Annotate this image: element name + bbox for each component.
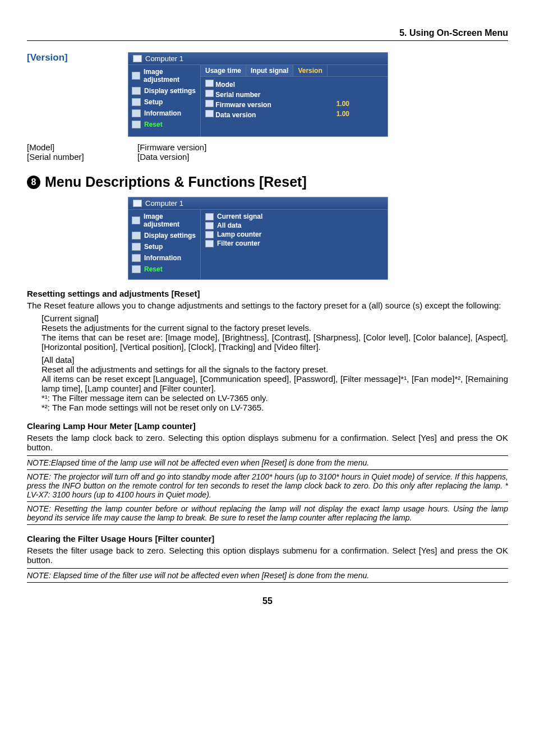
monitor-icon: [133, 200, 142, 207]
doc-icon: [205, 80, 214, 87]
sidebar-item-image[interactable]: Image adjustment: [128, 66, 200, 85]
signal-icon: [205, 213, 214, 220]
osd-sidebar: Image adjustment Display settings Setup …: [128, 210, 201, 279]
info-icon: [132, 109, 141, 117]
all-data-p1: Reset all the adjustments and settings f…: [41, 365, 508, 374]
current-signal-label: [Current signal]: [41, 314, 508, 323]
info-icon: [132, 254, 141, 262]
osd-title-text: Computer 1: [145, 199, 183, 208]
reset-heading: 8 Menu Descriptions & Functions [Reset]: [27, 174, 508, 190]
current-signal-p2: The items that can be reset are: [Image …: [41, 333, 508, 352]
tab-version[interactable]: Version: [293, 65, 327, 76]
all-data-p2: All items can be reset except [Language]…: [41, 374, 508, 393]
reset-item-all-data[interactable]: All data: [205, 221, 383, 230]
gear-icon: [132, 243, 141, 251]
legend-data: [Data version]: [137, 152, 206, 162]
all-data-note1: *¹: The Filter message item can be selec…: [41, 393, 508, 403]
doc-icon: [205, 100, 214, 107]
reset-item-filter-counter[interactable]: Filter counter: [205, 239, 383, 248]
current-signal-p1: Resets the adjustments for the current s…: [41, 323, 508, 333]
version-legend: [Model] [Serial number] [Firmware versio…: [27, 142, 508, 162]
osd-title-bar: Computer 1: [128, 53, 388, 65]
all-data-note2: *²: The Fan mode settings will not be re…: [41, 403, 508, 412]
osd-reset-panel: Computer 1 Image adjustment Display sett…: [128, 197, 388, 280]
note-3: NOTE: Resetting the lamp counter before …: [27, 501, 508, 525]
sidebar-item-setup[interactable]: Setup: [128, 96, 200, 108]
note-1: NOTE:Elapsed time of the lamp use will n…: [27, 455, 508, 469]
osd-title-bar: Computer 1: [128, 197, 388, 210]
reset-item-lamp-counter[interactable]: Lamp counter: [205, 230, 383, 239]
doc-icon: [205, 90, 214, 97]
lamp-counter-text: Resets the lamp clock back to zero. Sele…: [27, 433, 508, 452]
reset-icon: [132, 121, 141, 128]
sidebar-item-reset[interactable]: Reset: [128, 264, 200, 275]
reset-intro: The Reset feature allows you to change a…: [27, 301, 508, 310]
lamp-counter-heading: Clearing Lamp Hour Meter [Lamp counter]: [27, 421, 508, 431]
legend-model: [Model]: [27, 142, 137, 152]
tab-input-signal[interactable]: Input signal: [246, 65, 293, 76]
sidebar-item-display[interactable]: Display settings: [128, 85, 200, 96]
version-heading: [Version]: [27, 52, 128, 63]
doc-icon: [205, 110, 214, 117]
filter-icon: [205, 240, 214, 247]
gear-icon: [132, 98, 141, 106]
osd-sidebar: Image adjustment Display settings Setup …: [128, 65, 201, 136]
grid-icon: [132, 72, 140, 80]
osd-title-text: Computer 1: [145, 54, 183, 63]
sidebar-item-display[interactable]: Display settings: [128, 230, 200, 241]
sidebar-item-info[interactable]: Information: [128, 252, 200, 264]
sidebar-item-image[interactable]: Image adjustment: [128, 211, 200, 230]
section-number-icon: 8: [27, 176, 40, 189]
legend-firmware: [Firmware version]: [137, 142, 206, 152]
reset-subheading: Resetting settings and adjustments [Rese…: [27, 289, 508, 298]
reset-item-current-signal[interactable]: Current signal: [205, 212, 383, 221]
monitor-icon: [133, 55, 142, 62]
tab-usage-time[interactable]: Usage time: [201, 65, 246, 76]
current-signal-block: [Current signal] Resets the adjustments …: [41, 314, 508, 412]
display-icon: [132, 87, 141, 95]
legend-serial: [Serial number]: [27, 152, 137, 162]
all-data-label: [All data]: [41, 355, 508, 365]
chapter-title: 5. Using On-Screen Menu: [27, 28, 508, 41]
osd-tabs: Usage time Input signal Version: [201, 65, 388, 77]
note-2: NOTE: The projector will turn off and go…: [27, 469, 508, 501]
page-number: 55: [27, 596, 508, 606]
data-icon: [205, 222, 214, 229]
lamp-icon: [205, 231, 214, 238]
sidebar-item-info[interactable]: Information: [128, 108, 200, 119]
osd-version-panel: Computer 1 Image adjustment Display sett…: [128, 52, 388, 137]
grid-icon: [132, 216, 140, 224]
osd-content: Current signal All data Lamp counter Fil…: [201, 210, 388, 279]
sidebar-item-setup[interactable]: Setup: [128, 241, 200, 252]
note-4: NOTE: Elapsed time of the filter use wil…: [27, 568, 508, 583]
filter-counter-text: Resets the filter usage back to zero. Se…: [27, 546, 508, 565]
display-icon: [132, 232, 141, 239]
sidebar-item-reset[interactable]: Reset: [128, 119, 200, 130]
reset-icon: [132, 265, 141, 273]
osd-content: Model Serial number Firmware version1.00…: [201, 77, 388, 136]
filter-counter-heading: Clearing the Filter Usage Hours [Filter …: [27, 534, 508, 543]
